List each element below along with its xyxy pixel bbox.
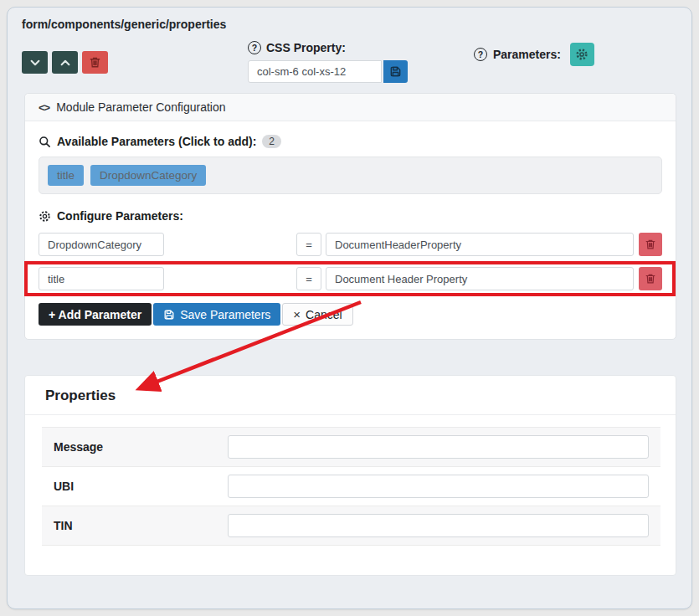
css-property-label: CSS Property: bbox=[266, 41, 346, 54]
property-row-ubi: UBI bbox=[42, 466, 660, 506]
properties-fields: Message UBI TIN bbox=[42, 427, 660, 546]
parameters-group: ? Parameters: bbox=[474, 43, 594, 66]
trash-icon bbox=[645, 273, 656, 285]
css-property-input-group bbox=[248, 60, 408, 83]
save-parameters-label: Save Parameters bbox=[180, 308, 270, 321]
trash-icon bbox=[89, 56, 101, 69]
parameter-row: = bbox=[39, 233, 662, 256]
add-parameter-button[interactable]: + Add Parameter bbox=[39, 303, 152, 326]
module-panel-title: Module Parameter Configuration bbox=[56, 100, 225, 114]
cancel-label: Cancel bbox=[306, 308, 342, 321]
property-row-tin: TIN bbox=[42, 506, 660, 545]
properties-panel: Properties Message UBI TIN bbox=[24, 375, 676, 576]
parameter-value-input[interactable] bbox=[326, 267, 634, 290]
parameters-label: Parameters: bbox=[493, 48, 561, 61]
css-property-input[interactable] bbox=[248, 60, 382, 83]
parameter-row-highlighted: = bbox=[39, 267, 662, 290]
component-path-title: form/components/generic/properties bbox=[22, 18, 226, 31]
message-input[interactable] bbox=[228, 435, 649, 459]
configure-parameters-label: Configure Parameters: bbox=[57, 209, 183, 223]
available-count-badge: 2 bbox=[262, 135, 281, 148]
ubi-label: UBI bbox=[54, 480, 228, 493]
available-parameters-box: title DropdownCategory bbox=[39, 157, 662, 194]
component-editor-card: form/components/generic/properties bbox=[7, 7, 692, 609]
available-parameters-label: Available Parameters (Click to add): bbox=[57, 135, 256, 148]
available-parameters-label-line: Available Parameters (Click to add): 2 bbox=[39, 135, 662, 148]
module-parameter-configuration-panel: <> Module Parameter Configuration Availa… bbox=[24, 93, 676, 340]
magnifier-icon bbox=[39, 136, 51, 148]
tin-input[interactable] bbox=[228, 514, 649, 537]
message-label: Message bbox=[54, 440, 228, 454]
chevron-down-icon bbox=[29, 57, 41, 69]
equals-sign: = bbox=[296, 267, 321, 290]
module-panel-header: <> Module Parameter Configuration bbox=[25, 94, 676, 121]
move-down-button[interactable] bbox=[22, 51, 48, 74]
parameter-chip-title[interactable]: title bbox=[48, 165, 84, 186]
help-icon: ? bbox=[248, 41, 261, 54]
ubi-input[interactable] bbox=[228, 475, 649, 498]
save-parameters-button[interactable]: Save Parameters bbox=[153, 303, 280, 326]
close-icon: × bbox=[293, 307, 301, 321]
css-property-group: ? CSS Property: bbox=[248, 41, 408, 83]
property-row-message: Message bbox=[42, 427, 660, 466]
css-property-label-line: ? CSS Property: bbox=[248, 41, 408, 54]
floppy-save-icon bbox=[389, 65, 402, 78]
delete-component-button[interactable] bbox=[82, 51, 108, 74]
parameter-name-input[interactable] bbox=[39, 267, 164, 290]
component-move-controls bbox=[22, 51, 108, 74]
delete-parameter-button[interactable] bbox=[639, 233, 662, 256]
css-property-save-button[interactable] bbox=[383, 60, 408, 83]
parameter-chip-dropdowncategory[interactable]: DropdownCategory bbox=[90, 165, 206, 186]
delete-parameter-button[interactable] bbox=[639, 267, 662, 290]
parameters-settings-button[interactable] bbox=[570, 43, 594, 66]
gear-icon bbox=[575, 48, 588, 61]
parameter-value-input[interactable] bbox=[326, 233, 634, 256]
parameter-actions: + Add Parameter Save Parameters × Cancel bbox=[39, 303, 662, 326]
properties-title: Properties bbox=[25, 376, 676, 415]
help-icon: ? bbox=[474, 48, 487, 61]
module-panel-body: Available Parameters (Click to add): 2 t… bbox=[25, 121, 676, 339]
chevron-up-icon bbox=[59, 57, 71, 69]
move-up-button[interactable] bbox=[52, 51, 78, 74]
code-icon: <> bbox=[39, 101, 49, 114]
gear-icon bbox=[39, 210, 51, 223]
parameter-name-input[interactable] bbox=[39, 233, 164, 256]
configure-parameters-label-line: Configure Parameters: bbox=[39, 209, 662, 223]
trash-icon bbox=[645, 239, 656, 250]
equals-sign: = bbox=[296, 233, 321, 256]
tin-label: TIN bbox=[54, 519, 228, 532]
cancel-button[interactable]: × Cancel bbox=[282, 303, 352, 326]
floppy-save-icon bbox=[163, 309, 175, 321]
screen: form/components/generic/properties bbox=[0, 0, 699, 616]
